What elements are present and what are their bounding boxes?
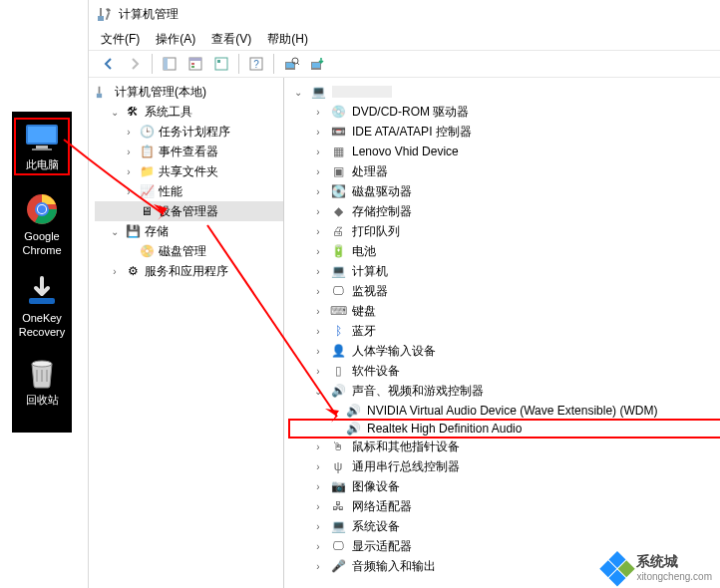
- device-label: 音频输入和输出: [352, 558, 436, 575]
- device-ide[interactable]: ›📼IDE ATA/ATAPI 控制器: [290, 122, 720, 142]
- toolbar-separator: [273, 54, 274, 74]
- storage-icon: 💾: [125, 223, 141, 239]
- menu-view[interactable]: 查看(V): [211, 31, 251, 48]
- tree-device-manager[interactable]: 🖥设备管理器: [95, 201, 283, 221]
- device-system[interactable]: ›💻系统设备: [290, 516, 720, 536]
- tree-performance[interactable]: ›📈性能: [95, 181, 283, 201]
- tree-system-tools[interactable]: ⌄🛠系统工具: [95, 102, 283, 122]
- device-computer[interactable]: ›💻计算机: [290, 261, 720, 281]
- window-title: 计算机管理: [119, 6, 179, 23]
- disc-icon: 💿: [329, 104, 347, 120]
- device-root[interactable]: ⌄💻: [290, 82, 720, 102]
- device-cpu[interactable]: ›▣处理器: [290, 161, 720, 181]
- device-network[interactable]: ›🖧网络适配器: [290, 496, 720, 516]
- svg-rect-24: [286, 63, 294, 68]
- device-lenovo[interactable]: ›▦Lenovo Vhid Device: [290, 142, 720, 161]
- svg-rect-3: [32, 148, 52, 150]
- tree-label: 共享文件夹: [159, 163, 218, 180]
- properties-button[interactable]: [183, 52, 207, 76]
- svg-point-9: [32, 361, 52, 367]
- tree-disk-management[interactable]: 📀磁盘管理: [95, 241, 283, 261]
- scan-hardware-button[interactable]: [279, 52, 303, 76]
- device-icon: ▦: [329, 144, 347, 159]
- device-monitor[interactable]: ›🖵监视器: [290, 281, 720, 301]
- performance-icon: 📈: [139, 183, 155, 199]
- device-label: 软件设备: [352, 363, 400, 380]
- svg-rect-20: [217, 60, 220, 63]
- show-hide-tree-button[interactable]: [158, 52, 181, 76]
- tree-label: 系统工具: [145, 104, 192, 121]
- menu-action[interactable]: 操作(A): [156, 31, 195, 48]
- chevron-right-icon: ›: [312, 541, 324, 552]
- device-realtek-audio[interactable]: 🔊Realtek High Definition Audio: [288, 419, 720, 439]
- chrome-icon: [22, 193, 62, 225]
- device-label: 显示适配器: [352, 538, 412, 555]
- tree-label: 任务计划程序: [159, 124, 230, 141]
- device-nvidia-audio[interactable]: 🔊NVIDIA Virtual Audio Device (Wave Exten…: [290, 401, 720, 421]
- device-label: Lenovo Vhid Device: [352, 145, 459, 158]
- back-button[interactable]: [97, 52, 121, 76]
- menu-help[interactable]: 帮助(H): [267, 31, 308, 48]
- device-software[interactable]: ›▯软件设备: [290, 361, 720, 381]
- tree-storage[interactable]: ⌄💾存储: [95, 221, 283, 241]
- svg-rect-28: [97, 94, 102, 98]
- desktop-icon-chrome[interactable]: Google Chrome: [14, 193, 70, 257]
- device-dvd[interactable]: ›💿DVD/CD-ROM 驱动器: [290, 102, 720, 122]
- watermark: 系统城 xitongcheng.com: [604, 553, 712, 582]
- speaker-icon: 🔊: [344, 403, 362, 419]
- help-button[interactable]: ?: [244, 52, 268, 76]
- device-usb[interactable]: ›ψ通用串行总线控制器: [290, 456, 720, 476]
- tree-services-apps[interactable]: ›⚙服务和应用程序: [95, 261, 283, 281]
- device-imaging[interactable]: ›📷图像设备: [290, 476, 720, 496]
- services-icon: ⚙: [125, 263, 141, 279]
- device-label: DVD/CD-ROM 驱动器: [352, 104, 469, 121]
- device-label: 键盘: [352, 303, 376, 320]
- device-battery[interactable]: ›🔋电池: [290, 241, 720, 261]
- display-icon: 🖵: [329, 538, 347, 554]
- tree-root[interactable]: 计算机管理(本地): [95, 82, 283, 102]
- download-icon: [22, 275, 62, 307]
- tree-event-viewer[interactable]: ›📋事件查看器: [95, 142, 283, 161]
- tree-label: 计算机管理(本地): [115, 84, 206, 101]
- network-icon: 🖧: [329, 498, 347, 514]
- device-disk-drives[interactable]: ›💽磁盘驱动器: [290, 181, 720, 201]
- device-label: Realtek High Definition Audio: [367, 422, 522, 436]
- tree-shared-folders[interactable]: ›📁共享文件夹: [95, 161, 283, 181]
- bluetooth-icon: ᛒ: [329, 323, 347, 339]
- device-label: 监视器: [352, 283, 388, 300]
- device-sound[interactable]: ⌄🔊声音、视频和游戏控制器: [290, 381, 720, 401]
- device-bluetooth[interactable]: ›ᛒ蓝牙: [290, 321, 720, 341]
- menu-file[interactable]: 文件(F): [101, 31, 140, 48]
- view-large-button[interactable]: [209, 52, 233, 76]
- tree-task-scheduler[interactable]: ›🕒任务计划程序: [95, 122, 283, 142]
- device-manager-icon: 🖥: [139, 203, 155, 219]
- device-hid[interactable]: ›👤人体学输入设备: [290, 341, 720, 361]
- desktop-icon-onekey[interactable]: OneKey Recovery: [14, 275, 70, 339]
- menubar: 文件(F) 操作(A) 查看(V) 帮助(H): [89, 28, 720, 50]
- update-driver-button[interactable]: [305, 52, 329, 76]
- device-label: 打印队列: [352, 223, 400, 240]
- svg-rect-18: [191, 66, 194, 68]
- forward-button[interactable]: [123, 52, 147, 76]
- desktop-icon-this-pc[interactable]: 此电脑: [14, 118, 70, 175]
- disk-icon: 📀: [139, 243, 155, 259]
- event-icon: 📋: [139, 144, 155, 159]
- monitor-icon: [22, 122, 62, 153]
- desktop-icon-recycle-bin[interactable]: 回收站: [14, 357, 70, 407]
- device-label: 蓝牙: [352, 323, 376, 340]
- chevron-right-icon: ›: [312, 561, 324, 572]
- titlebar[interactable]: 计算机管理: [89, 0, 720, 28]
- device-keyboard[interactable]: ›⌨键盘: [290, 301, 720, 321]
- svg-rect-17: [191, 63, 194, 65]
- mouse-icon: 🖱: [329, 439, 347, 454]
- device-mouse[interactable]: ›🖱鼠标和其他指针设备: [290, 437, 720, 456]
- chevron-down-icon: ⌄: [109, 107, 121, 118]
- watermark-text: 系统城: [636, 553, 712, 571]
- keyboard-icon: ⌨: [329, 303, 347, 319]
- svg-rect-29: [99, 87, 101, 94]
- svg-rect-2: [36, 146, 48, 148]
- device-storage-ctrl[interactable]: ›◆存储控制器: [290, 201, 720, 221]
- device-print-queue[interactable]: ›🖨打印队列: [290, 221, 720, 241]
- speaker-icon: 🔊: [344, 421, 362, 437]
- chevron-right-icon: ›: [123, 127, 135, 138]
